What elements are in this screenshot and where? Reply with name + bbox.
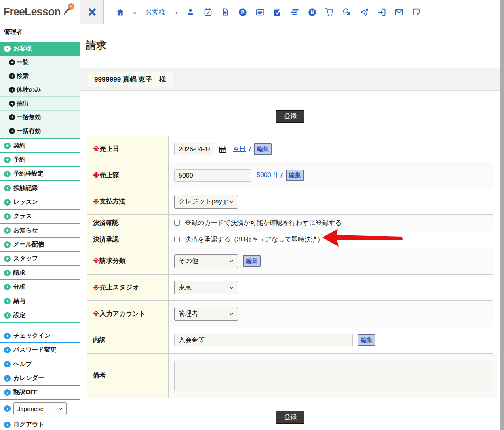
today-link[interactable]: 今日 xyxy=(233,145,246,153)
shopping-cart-icon[interactable] xyxy=(325,8,334,17)
sidebar-item-analysis[interactable]: +分析 xyxy=(0,279,80,294)
sidebar-item-reservation-slots[interactable]: +予約枠設定 xyxy=(0,166,80,180)
plus-circle-icon: + xyxy=(4,298,11,304)
menu-label: 予約 xyxy=(13,156,25,164)
breadcrumb-separator: » xyxy=(174,9,177,16)
user-icon[interactable] xyxy=(186,8,195,17)
sidebar-subitem-trial-only[interactable]: ➜体験のみ xyxy=(0,83,80,97)
sidebar-subitem-search[interactable]: ➜検索 xyxy=(0,69,80,83)
payment-method-select[interactable]: クレジットpay.jp xyxy=(174,195,238,209)
sidebar-item-salary[interactable]: +給与 xyxy=(0,294,80,308)
arrow-circle-right-icon: ➜ xyxy=(9,101,15,107)
input-account-select[interactable]: 管理者 xyxy=(174,307,238,321)
utility-label: カレンダー xyxy=(13,374,44,382)
app-logo[interactable]: FreeLesson xyxy=(0,0,80,23)
p-circle-icon[interactable]: P xyxy=(238,8,247,17)
edit-billing-category-button[interactable]: 編集 xyxy=(243,255,261,267)
menu-label: 予約枠設定 xyxy=(13,170,44,178)
breakdown-input[interactable] xyxy=(174,334,353,346)
billing-category-select[interactable]: その他 xyxy=(174,254,238,268)
logout-label: ログアウト xyxy=(13,421,44,428)
sidebar-item-logout[interactable]: ‹ログアウト xyxy=(0,417,80,430)
sale-amount-label: 売上額 xyxy=(100,171,119,180)
sidebar-item-lesson[interactable]: +レッスン xyxy=(0,195,80,209)
sidebar-item-customers[interactable]: ▼ お客様 xyxy=(0,42,80,56)
form-row-breakdown: 内訳 編集 xyxy=(87,327,493,354)
payment-method-value: クレジットpay.jp xyxy=(179,197,228,206)
sidebar-subitem-list[interactable]: ➜一覧 xyxy=(0,56,80,69)
menu-label: 接触記録 xyxy=(13,184,38,192)
sidebar-item-contract[interactable]: +契約 xyxy=(0,138,80,152)
card-list-icon[interactable] xyxy=(255,8,264,17)
language-select[interactable]: Japanese xyxy=(13,402,67,415)
sale-amount-input[interactable] xyxy=(174,169,251,182)
main-content: 請求 9999999 真鍋 恵子 様 登録 ※売上日 今日 / 編集 ※売上額 … xyxy=(80,24,500,430)
sidebar-item-help[interactable]: ‹ヘルプ xyxy=(0,357,80,371)
subitem-label: 抽出 xyxy=(17,100,29,107)
plus-circle-icon: + xyxy=(4,143,11,149)
breakdown-label: 内訳 xyxy=(93,336,106,344)
payment-approval-checkbox[interactable] xyxy=(174,237,180,242)
sidebar-item-translate-off[interactable]: ‹翻訳OFF xyxy=(0,386,80,400)
home-icon[interactable] xyxy=(116,8,124,17)
menu-label: 設定 xyxy=(13,311,25,319)
sidebar-item-settings[interactable]: +設定 xyxy=(0,308,80,323)
sidebar-item-change-password[interactable]: ‹パスワード変更 xyxy=(0,343,80,357)
payment-confirm-checkbox[interactable] xyxy=(174,220,180,226)
sidebar-item-contact-log[interactable]: +接触記録 xyxy=(0,180,80,195)
chevron-down-icon xyxy=(229,313,234,315)
plus-circle-icon: + xyxy=(4,171,11,177)
edit-sale-amount-button[interactable]: 編集 xyxy=(286,170,304,181)
payment-confirm-checkbox-label: 登録のカードで決済が可能か確認を行わずに登録する xyxy=(185,219,342,227)
sidebar-subitem-bulk-enable[interactable]: ➜一括有効 xyxy=(0,124,80,138)
breadcrumb-customer-link[interactable]: お客様 xyxy=(145,8,165,17)
register-button-bottom[interactable]: 登録 xyxy=(276,411,304,424)
sidebar-subitem-bulk-disable[interactable]: ➜一括無効 xyxy=(0,111,80,124)
menu-label: レッスン xyxy=(13,198,38,206)
calendar-check-icon[interactable] xyxy=(203,8,212,17)
calendar-icon[interactable] xyxy=(219,146,226,153)
menu-label: スタッフ xyxy=(13,255,38,262)
comments-icon[interactable] xyxy=(342,8,351,17)
document-icon[interactable] xyxy=(221,8,230,17)
slash-separator: / xyxy=(281,172,283,179)
arrow-circle-right-icon: ➜ xyxy=(9,73,15,79)
amount-link[interactable]: 5000円 xyxy=(257,171,278,180)
close-menu-button[interactable] xyxy=(80,0,104,24)
sidebar-item-reservation[interactable]: +予約 xyxy=(0,152,80,166)
register-button-top[interactable]: 登録 xyxy=(276,110,304,123)
stream-icon[interactable] xyxy=(290,8,299,17)
paper-plane-icon[interactable] xyxy=(360,8,369,17)
breakdown-label-cell: 内訳 xyxy=(87,327,169,353)
sidebar-divider xyxy=(0,323,80,329)
edit-breakdown-button[interactable]: 編集 xyxy=(358,334,375,346)
utility-label: 翻訳OFF xyxy=(13,388,38,396)
chevron-circle-down-icon: ▼ xyxy=(4,46,11,52)
edit-sale-date-button[interactable]: 編集 xyxy=(254,143,272,155)
sidebar-subitem-extract[interactable]: ➜抽出 xyxy=(0,97,80,111)
payment-approval-label-cell: 決済承認 xyxy=(87,231,169,248)
payment-method-label-cell: ※支払方法 xyxy=(87,189,169,214)
pause-circle-icon[interactable] xyxy=(308,8,316,17)
sale-studio-select[interactable]: 東京 xyxy=(174,281,238,294)
check-square-icon[interactable] xyxy=(273,8,282,17)
sign-in-icon[interactable] xyxy=(377,8,386,17)
sidebar-item-class[interactable]: +クラス xyxy=(0,209,80,223)
sidebar-item-notice[interactable]: +お知らせ xyxy=(0,223,80,237)
chevron-circle-left-icon: ‹ xyxy=(4,333,11,339)
sidebar-item-staff[interactable]: +スタッフ xyxy=(0,251,80,265)
payment-confirm-label: 決済確認 xyxy=(93,219,119,227)
sidebar-item-mail-delivery[interactable]: +メール配信 xyxy=(0,237,80,251)
form-row-billing-category: ※請求分類 その他 編集 xyxy=(87,248,493,275)
arrow-circle-right-icon: ➜ xyxy=(9,59,15,65)
remarks-textarea[interactable] xyxy=(174,361,491,391)
sidebar-item-checkin[interactable]: ‹チェックイン xyxy=(0,329,80,343)
sidebar-item-billing[interactable]: +請求 xyxy=(0,265,80,279)
input-account-label-cell: ※入力アカウント xyxy=(87,301,169,327)
sale-date-input[interactable] xyxy=(174,143,214,155)
envelope-icon[interactable] xyxy=(394,8,403,17)
vertical-scrollbar[interactable] xyxy=(500,0,504,430)
sticky-note-icon[interactable] xyxy=(412,8,421,17)
remarks-label-cell: 備考 xyxy=(87,354,169,398)
sidebar-item-calendar[interactable]: ‹カレンダー xyxy=(0,371,80,386)
